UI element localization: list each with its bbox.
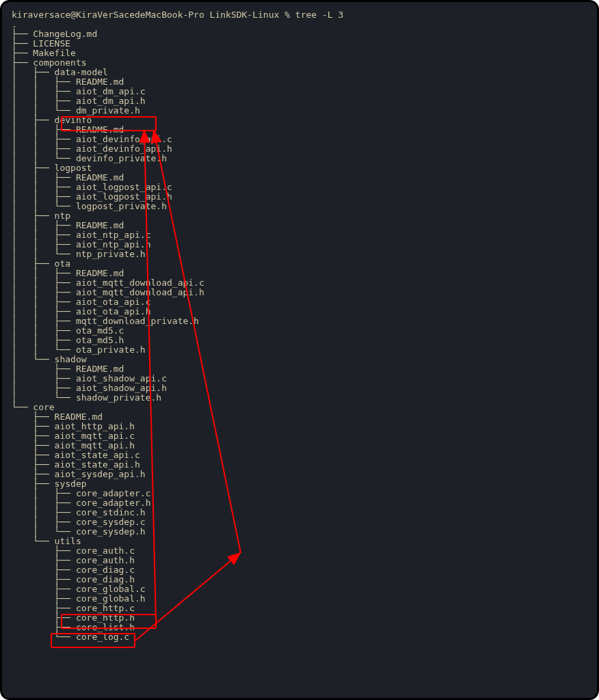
tree-output: ├── ChangeLog.md├── LICENSE├── Makefile├… (12, 29, 587, 642)
tree-line: ├── core_diag.h (12, 575, 587, 584)
tree-line: │ │ ├── aiot_ota_api.c (12, 297, 587, 307)
tree-line: │ │ └── devinfo_private.h (12, 154, 587, 163)
tree-line: ├── core_list.h (12, 623, 587, 632)
tree-line: │ ├── core_stdinc.h (12, 508, 587, 517)
tree-line: │ ├── aiot_shadow_api.h (12, 383, 587, 393)
tree-line: ├── core_auth.h (12, 556, 587, 565)
tree-line: ├── README.md (12, 412, 587, 422)
tree-line: │ ├── README.md (12, 364, 587, 374)
tree-line: │ ├── core_adapter.c (12, 489, 587, 498)
tree-line: │ ├── core_sysdep.c (12, 517, 587, 527)
tree-line: ├── core_http.h (12, 613, 587, 623)
tree-line: ├── LICENSE (12, 39, 587, 49)
tree-line: ├── ChangeLog.md (12, 29, 587, 39)
tree-line: │ │ ├── aiot_ntp_api.c (12, 230, 587, 240)
tree-line: │ ├── ntp (12, 211, 587, 221)
tree-line: ├── core_diag.c (12, 565, 587, 575)
terminal-window: kiraversace@KiraVerSacedeMacBook-Pro Lin… (0, 0, 599, 700)
tree-line: ├── aiot_mqtt_api.c (12, 431, 587, 441)
tree-line: │ │ ├── aiot_devinfo_api.h (12, 144, 587, 154)
tree-line: │ │ └── dm_private.h (12, 106, 587, 116)
tree-line: │ └── shadow_private.h (12, 393, 587, 403)
tree-line: │ │ ├── aiot_mqtt_download_api.h (12, 288, 587, 297)
tree-line: ├── components (12, 58, 587, 68)
tree-line: │ │ ├── README.md (12, 221, 587, 230)
tree-root-dot: . (12, 20, 587, 29)
tree-line: │ │ ├── aiot_ota_api.h (12, 307, 587, 317)
tree-line: ├── aiot_http_api.h (12, 422, 587, 431)
tree-line: └── core_log.c (12, 632, 587, 642)
tree-line: │ ├── data-model (12, 68, 587, 77)
tree-line: │ ├── core_adapter.h (12, 498, 587, 508)
tree-line: │ │ ├── README.md (12, 77, 587, 87)
tree-line: │ │ └── ota_private.h (12, 345, 587, 355)
tree-line: │ │ ├── aiot_dm_api.c (12, 87, 587, 96)
tree-line: │ │ ├── README.md (12, 269, 587, 278)
tree-line: │ │ ├── mqtt_download_private.h (12, 317, 587, 326)
tree-line: ├── aiot_sysdep_api.h (12, 470, 587, 479)
tree-line: │ │ ├── aiot_mqtt_download_api.c (12, 278, 587, 288)
tree-line: │ └── shadow (12, 355, 587, 364)
tree-line: │ │ ├── ota_md5.c (12, 326, 587, 336)
tree-line: │ ├── aiot_shadow_api.c (12, 374, 587, 383)
tree-line: ├── aiot_state_api.c (12, 450, 587, 460)
tree-line: ├── core_http.c (12, 604, 587, 613)
tree-line: │ │ ├── aiot_dm_api.h (12, 96, 587, 106)
shell-prompt: kiraversace@KiraVerSacedeMacBook-Pro Lin… (12, 10, 587, 20)
tree-line: │ ├── devinfo (12, 116, 587, 125)
tree-line: │ ├── logpost (12, 163, 587, 173)
tree-line: ├── core_global.c (12, 584, 587, 594)
tree-line: │ │ ├── aiot_ntp_api.h (12, 240, 587, 250)
tree-line: ├── core_global.h (12, 594, 587, 604)
tree-line: └── utils (12, 537, 587, 546)
tree-line: ├── aiot_state_api.h (12, 460, 587, 470)
tree-line: │ │ ├── README.md (12, 125, 587, 135)
tree-line: ├── core_auth.c (12, 546, 587, 556)
tree-line: │ │ ├── aiot_devinfo_api.c (12, 135, 587, 144)
tree-line: │ │ ├── aiot_logpost_api.h (12, 192, 587, 202)
tree-line: └── core (12, 403, 587, 412)
tree-line: │ │ ├── README.md (12, 173, 587, 183)
tree-line: ├── sysdep (12, 479, 587, 489)
tree-line: │ │ ├── aiot_logpost_api.c (12, 183, 587, 192)
tree-line: ├── aiot_mqtt_api.h (12, 441, 587, 450)
tree-line: │ └── core_sysdep.h (12, 527, 587, 537)
tree-line: │ ├── ota (12, 259, 587, 269)
tree-line: │ │ └── ntp_private.h (12, 250, 587, 259)
tree-line: │ │ └── logpost_private.h (12, 202, 587, 211)
tree-line: ├── Makefile (12, 49, 587, 58)
tree-line: │ │ ├── ota_md5.h (12, 336, 587, 345)
